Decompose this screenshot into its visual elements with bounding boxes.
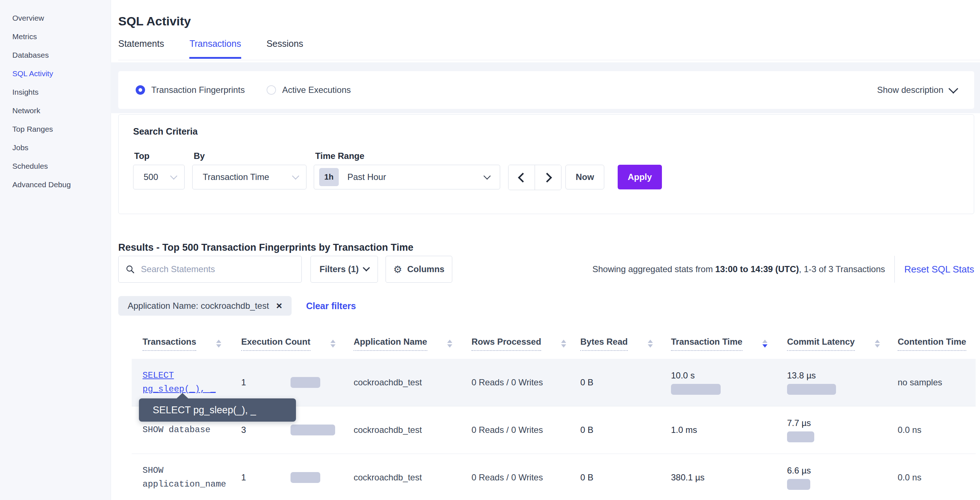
filter-chip-application-name[interactable]: Application Name: cockroachdb_test × xyxy=(118,296,292,316)
time-range-label: Time Range xyxy=(315,151,364,161)
now-button[interactable]: Now xyxy=(565,165,604,189)
tab-sessions[interactable]: Sessions xyxy=(267,38,303,59)
execution-count-bar xyxy=(291,425,335,435)
application-name-cell: cockroachdb_test xyxy=(354,425,471,435)
close-icon[interactable]: × xyxy=(276,301,282,311)
tab-bar: Statements Transactions Sessions xyxy=(118,38,303,59)
sidebar-item-network[interactable]: Network xyxy=(12,101,111,120)
column-header-rows-processed[interactable]: Rows Processed xyxy=(471,337,580,351)
sidebar-item-jobs[interactable]: Jobs xyxy=(12,138,111,157)
time-range-badge: 1h xyxy=(319,168,339,186)
chevron-down-icon xyxy=(363,264,370,271)
search-statements-box xyxy=(118,256,302,283)
by-select[interactable]: Transaction Time xyxy=(192,165,307,189)
sidebar-item-schedules[interactable]: Schedules xyxy=(12,157,111,175)
aggregated-stats-text: Showing aggregated stats from 13:00 to 1… xyxy=(592,264,885,274)
table-header-row: Transactions Execution Count Application… xyxy=(132,328,976,359)
columns-label: Columns xyxy=(407,264,445,274)
time-nav-group xyxy=(508,165,562,190)
column-header-execution-count[interactable]: Execution Count xyxy=(241,337,354,351)
chevron-left-icon xyxy=(518,173,528,183)
time-range-select[interactable]: 1h Past Hour xyxy=(314,165,500,189)
transaction-cell[interactable]: SHOW application_name xyxy=(132,464,241,491)
chevron-down-icon xyxy=(292,172,299,180)
active-filters-row: Application Name: cockroachdb_test × Cle… xyxy=(118,296,356,316)
by-select-value: Transaction Time xyxy=(203,172,269,182)
reset-sql-stats-link[interactable]: Reset SQL Stats xyxy=(904,264,974,275)
sort-icon[interactable] xyxy=(875,340,880,348)
transaction-time-cell: 1.0 ms xyxy=(671,425,787,435)
execution-count-cell: 1 xyxy=(241,472,354,483)
results-title: Results - Top 500 Transaction Fingerprin… xyxy=(118,242,414,253)
transaction-cell[interactable]: SHOW database xyxy=(132,423,241,437)
column-header-transaction-time[interactable]: Transaction Time xyxy=(671,337,787,351)
stats-time-range: 13:00 to 14:39 (UTC) xyxy=(715,264,799,274)
show-description-toggle[interactable]: Show description xyxy=(877,85,957,95)
commit-latency-bar xyxy=(787,432,814,442)
column-header-contention-time[interactable]: Contention Time xyxy=(898,337,976,351)
application-name-cell: cockroachdb_test xyxy=(354,473,471,482)
search-criteria-title: Search Criteria xyxy=(133,126,198,137)
chevron-right-icon xyxy=(542,173,552,183)
tooltip-text: SELECT pg_sleep(_), _ xyxy=(153,404,256,416)
search-statements-input[interactable] xyxy=(140,264,294,275)
view-toggle-card: Transaction Fingerprints Active Executio… xyxy=(118,71,974,109)
contention-time-cell: 0.0 ns xyxy=(898,473,976,482)
application-name-cell: cockroachdb_test xyxy=(354,377,471,387)
time-next-button[interactable] xyxy=(535,165,561,190)
sidebar-item-databases[interactable]: Databases xyxy=(12,46,111,64)
clear-filters-link[interactable]: Clear filters xyxy=(306,301,356,311)
sort-icon[interactable] xyxy=(216,340,221,348)
radio-selected-icon[interactable] xyxy=(136,85,145,95)
tab-transactions[interactable]: Transactions xyxy=(189,38,241,59)
top-select-value: 500 xyxy=(144,172,158,182)
by-label: By xyxy=(194,151,205,161)
sidebar: Overview Metrics Databases SQL Activity … xyxy=(0,0,111,500)
radio-transaction-fingerprints[interactable]: Transaction Fingerprints xyxy=(136,85,245,95)
column-header-commit-latency[interactable]: Commit Latency xyxy=(787,337,898,351)
columns-button[interactable]: ⚙ Columns xyxy=(385,256,452,283)
column-header-bytes-read[interactable]: Bytes Read xyxy=(580,337,671,351)
sidebar-item-insights[interactable]: Insights xyxy=(12,83,111,101)
sidebar-item-top-ranges[interactable]: Top Ranges xyxy=(12,120,111,138)
contention-time-cell: 0.0 ns xyxy=(898,425,976,435)
search-icon xyxy=(126,264,135,274)
commit-latency-bar xyxy=(787,384,836,395)
view-toggle-band: Transaction Fingerprints Active Executio… xyxy=(111,62,980,113)
time-range-value: Past Hour xyxy=(347,172,386,182)
column-header-application-name[interactable]: Application Name xyxy=(354,337,471,351)
sidebar-item-sql-activity[interactable]: SQL Activity xyxy=(12,64,111,83)
execution-count-cell: 3 xyxy=(241,425,354,435)
sidebar-item-overview[interactable]: Overview xyxy=(12,9,111,27)
bytes-read-cell: 0 B xyxy=(580,473,671,482)
sort-icon[interactable] xyxy=(447,340,452,348)
radio-active-executions[interactable]: Active Executions xyxy=(267,85,351,95)
time-prev-button[interactable] xyxy=(509,165,535,190)
chevron-down-icon xyxy=(484,172,491,180)
column-header-transactions[interactable]: Transactions xyxy=(132,337,241,351)
toolbar-divider xyxy=(894,256,895,283)
radio-unselected-icon[interactable] xyxy=(267,85,276,95)
sort-icon-active-desc[interactable] xyxy=(762,340,767,348)
execution-count-bar xyxy=(291,377,320,388)
transaction-link[interactable]: SELECT pg_sleep(_), _ xyxy=(132,369,241,396)
rows-processed-cell: 0 Reads / 0 Writes xyxy=(471,425,580,435)
sort-icon[interactable] xyxy=(561,340,566,348)
filters-button[interactable]: Filters (1) xyxy=(310,256,378,283)
chevron-down-icon xyxy=(170,172,177,180)
top-select[interactable]: 500 xyxy=(133,165,185,189)
execution-count-cell: 1 xyxy=(241,377,354,388)
sidebar-item-advanced-debug[interactable]: Advanced Debug xyxy=(12,175,111,194)
rows-processed-cell: 0 Reads / 0 Writes xyxy=(471,473,580,482)
tab-statements[interactable]: Statements xyxy=(118,38,164,59)
transaction-time-cell: 380.1 µs xyxy=(671,473,787,482)
sort-icon[interactable] xyxy=(648,340,653,348)
page-title: SQL Activity xyxy=(118,14,191,28)
commit-latency-cell: 7.7 µs xyxy=(787,418,898,442)
sort-icon[interactable] xyxy=(331,340,336,348)
apply-button[interactable]: Apply xyxy=(618,165,662,189)
sidebar-item-metrics[interactable]: Metrics xyxy=(12,27,111,46)
table-row[interactable]: SHOW application_name 1 cockroachdb_test… xyxy=(132,454,976,500)
execution-count-bar xyxy=(291,472,320,483)
tab-divider xyxy=(118,60,980,60)
